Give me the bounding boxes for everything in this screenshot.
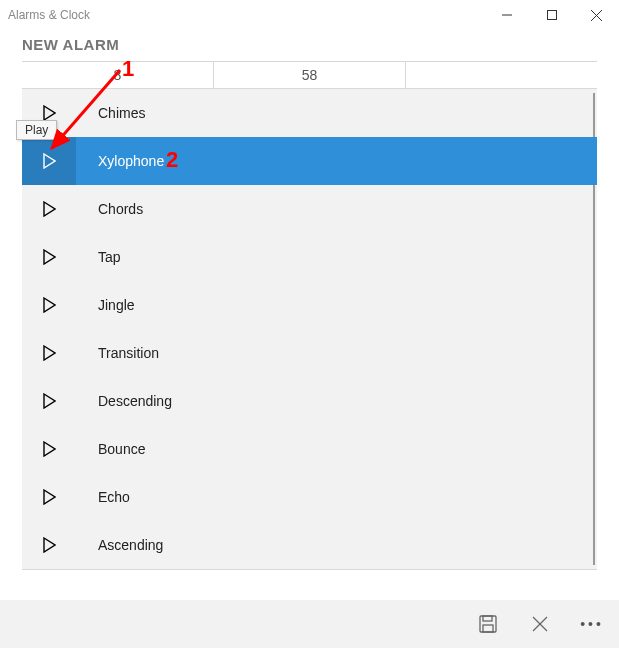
cancel-icon — [532, 616, 548, 632]
maximize-icon — [547, 10, 557, 20]
minimize-icon — [502, 10, 512, 20]
play-button[interactable] — [22, 137, 76, 185]
svg-rect-17 — [483, 625, 493, 632]
play-button[interactable] — [22, 185, 76, 233]
close-icon — [591, 10, 602, 21]
svg-marker-13 — [44, 538, 55, 552]
sound-item[interactable]: Descending — [22, 377, 597, 425]
sound-item[interactable]: Tap — [22, 233, 597, 281]
sound-label: Tap — [76, 249, 121, 265]
sound-label: Bounce — [76, 441, 145, 457]
sound-item[interactable]: Echo — [22, 473, 597, 521]
sound-item[interactable]: Ascending — [22, 521, 597, 569]
cancel-button[interactable] — [525, 609, 555, 639]
svg-marker-11 — [44, 442, 55, 456]
sound-label: Transition — [76, 345, 159, 361]
sound-item[interactable]: Jingle — [22, 281, 597, 329]
sound-label: Jingle — [76, 297, 135, 313]
play-icon — [42, 105, 56, 121]
minimize-button[interactable] — [484, 0, 529, 30]
time-ampm[interactable] — [406, 62, 597, 88]
play-icon — [42, 153, 56, 169]
play-button[interactable] — [22, 329, 76, 377]
play-tooltip: Play — [16, 120, 57, 140]
svg-marker-10 — [44, 394, 55, 408]
play-button[interactable] — [22, 281, 76, 329]
play-button[interactable] — [22, 521, 76, 569]
svg-rect-1 — [547, 11, 556, 20]
time-picker[interactable]: 8 58 — [22, 61, 597, 89]
sound-list: ChimesXylophoneChordsTapJingleTransition… — [22, 89, 597, 570]
sound-item[interactable]: Xylophone — [22, 137, 597, 185]
sound-label: Descending — [76, 393, 172, 409]
play-icon — [42, 489, 56, 505]
play-icon — [42, 393, 56, 409]
time-hour[interactable]: 8 — [22, 62, 214, 88]
play-icon — [42, 249, 56, 265]
svg-marker-5 — [44, 154, 55, 168]
command-bar: ••• — [0, 600, 619, 648]
play-button[interactable] — [22, 233, 76, 281]
page-title: NEW ALARM — [0, 30, 619, 61]
ellipsis-icon: ••• — [580, 616, 604, 632]
sound-item[interactable]: Chimes — [22, 89, 597, 137]
play-icon — [42, 345, 56, 361]
sound-label: Echo — [76, 489, 130, 505]
svg-marker-12 — [44, 490, 55, 504]
sound-item[interactable]: Transition — [22, 329, 597, 377]
sound-item[interactable]: Bounce — [22, 425, 597, 473]
svg-rect-16 — [483, 616, 492, 621]
svg-marker-7 — [44, 250, 55, 264]
play-button[interactable] — [22, 425, 76, 473]
close-window-button[interactable] — [574, 0, 619, 30]
sound-label: Chords — [76, 201, 143, 217]
play-icon — [42, 537, 56, 553]
more-button[interactable]: ••• — [577, 609, 607, 639]
window-controls — [484, 0, 619, 30]
save-icon — [479, 615, 497, 633]
titlebar: Alarms & Clock — [0, 0, 619, 30]
maximize-button[interactable] — [529, 0, 574, 30]
sound-item[interactable]: Chords — [22, 185, 597, 233]
svg-marker-6 — [44, 202, 55, 216]
svg-marker-9 — [44, 346, 55, 360]
window-title: Alarms & Clock — [8, 8, 484, 22]
save-button[interactable] — [473, 609, 503, 639]
sound-label: Chimes — [76, 105, 145, 121]
sound-label: Xylophone — [76, 153, 164, 169]
svg-marker-8 — [44, 298, 55, 312]
play-icon — [42, 201, 56, 217]
play-icon — [42, 441, 56, 457]
play-icon — [42, 297, 56, 313]
play-button[interactable] — [22, 473, 76, 521]
play-button[interactable] — [22, 377, 76, 425]
time-minute[interactable]: 58 — [214, 62, 406, 88]
svg-marker-4 — [44, 106, 55, 120]
sound-label: Ascending — [76, 537, 163, 553]
